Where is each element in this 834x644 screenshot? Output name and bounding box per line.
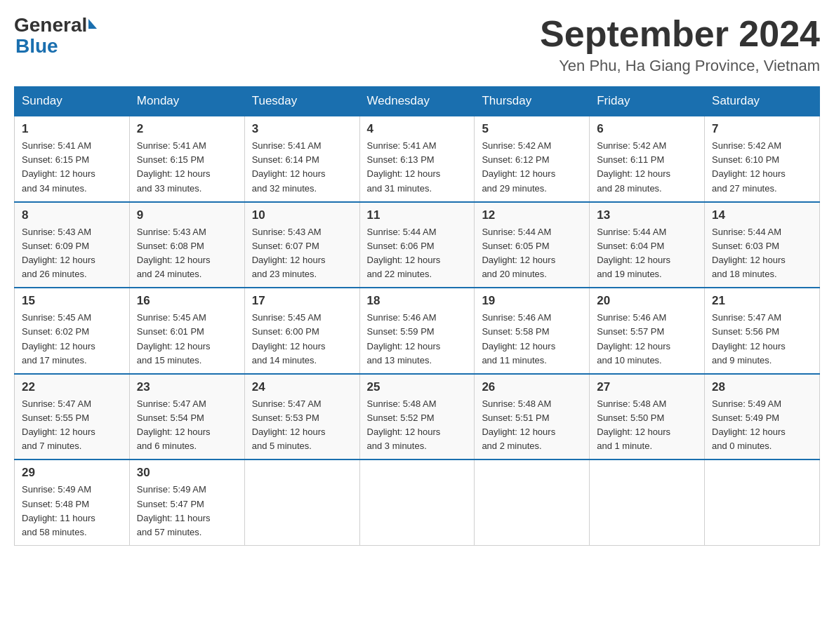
day-number: 19 xyxy=(482,294,582,308)
day-info: Sunrise: 5:42 AMSunset: 6:10 PMDaylight:… xyxy=(712,139,812,196)
day-number: 12 xyxy=(482,208,582,222)
table-cell: 4Sunrise: 5:41 AMSunset: 6:13 PMDaylight… xyxy=(359,116,475,202)
table-cell: 5Sunrise: 5:42 AMSunset: 6:12 PMDaylight… xyxy=(475,116,590,202)
day-info: Sunrise: 5:41 AMSunset: 6:15 PMDaylight:… xyxy=(22,139,122,196)
day-info: Sunrise: 5:49 AMSunset: 5:49 PMDaylight:… xyxy=(712,397,812,454)
table-cell xyxy=(705,459,820,545)
day-info: Sunrise: 5:48 AMSunset: 5:52 PMDaylight:… xyxy=(367,397,468,454)
day-number: 30 xyxy=(137,466,237,480)
day-info: Sunrise: 5:48 AMSunset: 5:51 PMDaylight:… xyxy=(482,397,582,454)
day-info: Sunrise: 5:45 AMSunset: 6:00 PMDaylight:… xyxy=(252,311,352,368)
header-saturday: Saturday xyxy=(705,87,820,116)
day-number: 13 xyxy=(597,208,697,222)
week-row-4: 22Sunrise: 5:47 AMSunset: 5:55 PMDayligh… xyxy=(15,374,820,460)
day-number: 23 xyxy=(137,380,237,394)
weekday-header-row: Sunday Monday Tuesday Wednesday Thursday… xyxy=(15,87,820,116)
day-number: 26 xyxy=(482,380,582,394)
table-cell: 15Sunrise: 5:45 AMSunset: 6:02 PMDayligh… xyxy=(15,288,130,374)
table-cell xyxy=(359,459,475,545)
day-info: Sunrise: 5:47 AMSunset: 5:55 PMDaylight:… xyxy=(22,397,122,454)
day-number: 22 xyxy=(22,380,122,394)
day-number: 8 xyxy=(22,208,122,222)
day-number: 15 xyxy=(22,294,122,308)
day-info: Sunrise: 5:42 AMSunset: 6:12 PMDaylight:… xyxy=(482,139,582,196)
day-info: Sunrise: 5:47 AMSunset: 5:56 PMDaylight:… xyxy=(712,311,812,368)
header-wednesday: Wednesday xyxy=(359,87,475,116)
day-number: 2 xyxy=(137,122,237,136)
day-info: Sunrise: 5:44 AMSunset: 6:03 PMDaylight:… xyxy=(712,225,812,282)
day-info: Sunrise: 5:45 AMSunset: 6:01 PMDaylight:… xyxy=(137,311,237,368)
calendar-title: September 2024 xyxy=(540,14,820,54)
day-number: 9 xyxy=(137,208,237,222)
calendar-table: Sunday Monday Tuesday Wednesday Thursday… xyxy=(14,86,820,546)
table-cell: 2Sunrise: 5:41 AMSunset: 6:15 PMDaylight… xyxy=(129,116,244,202)
day-number: 24 xyxy=(252,380,352,394)
day-number: 3 xyxy=(252,122,352,136)
day-info: Sunrise: 5:49 AMSunset: 5:47 PMDaylight:… xyxy=(137,483,237,539)
table-cell: 14Sunrise: 5:44 AMSunset: 6:03 PMDayligh… xyxy=(705,202,820,288)
table-cell: 24Sunrise: 5:47 AMSunset: 5:53 PMDayligh… xyxy=(244,374,359,460)
table-cell: 22Sunrise: 5:47 AMSunset: 5:55 PMDayligh… xyxy=(15,374,130,460)
day-info: Sunrise: 5:43 AMSunset: 6:08 PMDaylight:… xyxy=(137,225,237,282)
table-cell: 19Sunrise: 5:46 AMSunset: 5:58 PMDayligh… xyxy=(475,288,590,374)
day-number: 25 xyxy=(367,380,468,394)
table-cell: 29Sunrise: 5:49 AMSunset: 5:48 PMDayligh… xyxy=(15,459,130,545)
table-cell: 11Sunrise: 5:44 AMSunset: 6:06 PMDayligh… xyxy=(359,202,475,288)
table-cell: 10Sunrise: 5:43 AMSunset: 6:07 PMDayligh… xyxy=(244,202,359,288)
table-cell: 13Sunrise: 5:44 AMSunset: 6:04 PMDayligh… xyxy=(590,202,705,288)
table-cell: 26Sunrise: 5:48 AMSunset: 5:51 PMDayligh… xyxy=(475,374,590,460)
title-section: September 2024 Yen Phu, Ha Giang Provinc… xyxy=(540,14,820,75)
day-number: 27 xyxy=(597,380,697,394)
table-cell: 6Sunrise: 5:42 AMSunset: 6:11 PMDaylight… xyxy=(590,116,705,202)
day-info: Sunrise: 5:47 AMSunset: 5:54 PMDaylight:… xyxy=(137,397,237,454)
day-info: Sunrise: 5:47 AMSunset: 5:53 PMDaylight:… xyxy=(252,397,352,454)
day-info: Sunrise: 5:43 AMSunset: 6:09 PMDaylight:… xyxy=(22,225,122,282)
day-info: Sunrise: 5:46 AMSunset: 5:58 PMDaylight:… xyxy=(482,311,582,368)
day-info: Sunrise: 5:44 AMSunset: 6:05 PMDaylight:… xyxy=(482,225,582,282)
day-number: 21 xyxy=(712,294,812,308)
table-cell: 12Sunrise: 5:44 AMSunset: 6:05 PMDayligh… xyxy=(475,202,590,288)
table-cell xyxy=(244,459,359,545)
logo-text: General xyxy=(14,14,97,36)
day-number: 11 xyxy=(367,208,468,222)
day-number: 16 xyxy=(137,294,237,308)
logo-triangle-icon xyxy=(88,19,97,29)
day-info: Sunrise: 5:46 AMSunset: 5:59 PMDaylight:… xyxy=(367,311,468,368)
day-number: 29 xyxy=(22,466,122,480)
day-info: Sunrise: 5:41 AMSunset: 6:15 PMDaylight:… xyxy=(137,139,237,196)
day-number: 17 xyxy=(252,294,352,308)
table-cell xyxy=(475,459,590,545)
header-friday: Friday xyxy=(590,87,705,116)
header-tuesday: Tuesday xyxy=(244,87,359,116)
header-monday: Monday xyxy=(129,87,244,116)
table-cell: 7Sunrise: 5:42 AMSunset: 6:10 PMDaylight… xyxy=(705,116,820,202)
table-cell: 8Sunrise: 5:43 AMSunset: 6:09 PMDaylight… xyxy=(15,202,130,288)
table-cell: 9Sunrise: 5:43 AMSunset: 6:08 PMDaylight… xyxy=(129,202,244,288)
table-cell: 1Sunrise: 5:41 AMSunset: 6:15 PMDaylight… xyxy=(15,116,130,202)
day-info: Sunrise: 5:45 AMSunset: 6:02 PMDaylight:… xyxy=(22,311,122,368)
week-row-3: 15Sunrise: 5:45 AMSunset: 6:02 PMDayligh… xyxy=(15,288,820,374)
day-number: 1 xyxy=(22,122,122,136)
week-row-1: 1Sunrise: 5:41 AMSunset: 6:15 PMDaylight… xyxy=(15,116,820,202)
day-number: 10 xyxy=(252,208,352,222)
day-info: Sunrise: 5:41 AMSunset: 6:13 PMDaylight:… xyxy=(367,139,468,196)
table-cell: 27Sunrise: 5:48 AMSunset: 5:50 PMDayligh… xyxy=(590,374,705,460)
day-info: Sunrise: 5:44 AMSunset: 6:04 PMDaylight:… xyxy=(597,225,697,282)
day-number: 4 xyxy=(367,122,468,136)
table-cell: 28Sunrise: 5:49 AMSunset: 5:49 PMDayligh… xyxy=(705,374,820,460)
day-info: Sunrise: 5:46 AMSunset: 5:57 PMDaylight:… xyxy=(597,311,697,368)
day-number: 6 xyxy=(597,122,697,136)
table-cell: 21Sunrise: 5:47 AMSunset: 5:56 PMDayligh… xyxy=(705,288,820,374)
day-number: 7 xyxy=(712,122,812,136)
table-cell: 18Sunrise: 5:46 AMSunset: 5:59 PMDayligh… xyxy=(359,288,475,374)
day-info: Sunrise: 5:43 AMSunset: 6:07 PMDaylight:… xyxy=(252,225,352,282)
week-row-2: 8Sunrise: 5:43 AMSunset: 6:09 PMDaylight… xyxy=(15,202,820,288)
logo: General Blue xyxy=(14,14,97,58)
table-cell: 17Sunrise: 5:45 AMSunset: 6:00 PMDayligh… xyxy=(244,288,359,374)
day-info: Sunrise: 5:41 AMSunset: 6:14 PMDaylight:… xyxy=(252,139,352,196)
page-header: General Blue September 2024 Yen Phu, Ha … xyxy=(14,14,820,75)
day-number: 14 xyxy=(712,208,812,222)
day-info: Sunrise: 5:49 AMSunset: 5:48 PMDaylight:… xyxy=(22,483,122,539)
day-number: 28 xyxy=(712,380,812,394)
table-cell: 20Sunrise: 5:46 AMSunset: 5:57 PMDayligh… xyxy=(590,288,705,374)
